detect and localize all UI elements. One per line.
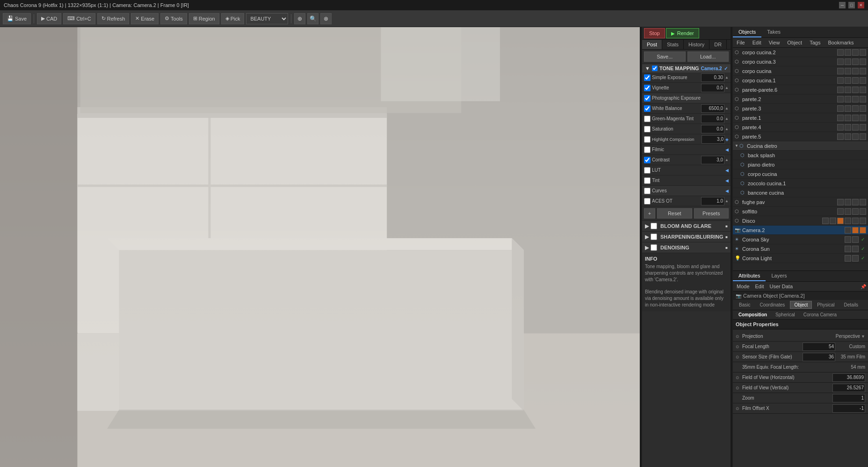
- obj-dot-3[interactable]: [852, 87, 859, 93]
- highlight-compression-input[interactable]: [702, 135, 725, 144]
- tab-stats[interactable]: Stats: [662, 40, 684, 49]
- obj-dot-4[interactable]: [860, 87, 866, 93]
- simple-exposure-input[interactable]: [701, 73, 724, 82]
- bloom-glare-check[interactable]: [651, 223, 657, 229]
- obj-corona-light[interactable]: 💡 Corona Light ✓: [733, 254, 868, 263]
- vignette-up-arrow[interactable]: ▲: [725, 86, 729, 90]
- obj-dot-2[interactable]: [845, 199, 851, 205]
- ctrl-c-button[interactable]: ⌨ Ctrl+C: [63, 13, 95, 24]
- obj-dot-1[interactable]: [837, 199, 844, 205]
- obj-dot-2[interactable]: [845, 124, 851, 131]
- subtab-details[interactable]: Details: [840, 301, 863, 309]
- obj-dot-2[interactable]: [852, 227, 859, 234]
- filmic-check[interactable]: [644, 146, 651, 153]
- region-button[interactable]: ⊞ Region: [189, 13, 219, 24]
- tab-attributes[interactable]: Attributes: [733, 271, 766, 281]
- contrast-input[interactable]: [701, 156, 724, 164]
- obj-dot-1[interactable]: [845, 246, 851, 252]
- detail-tab-spherical[interactable]: Spherical: [772, 311, 799, 318]
- presets-button[interactable]: Presets: [694, 208, 729, 219]
- saturation-check[interactable]: [644, 126, 651, 132]
- obj-parete-3[interactable]: ⬡ parete.3: [733, 104, 868, 113]
- obj-parete-1[interactable]: ⬡ parete.1: [733, 113, 868, 123]
- obj-dot-3[interactable]: [852, 105, 859, 112]
- obj-dot-4[interactable]: [860, 133, 866, 140]
- obj-corona-sky[interactable]: ☀ Corona Sky ✓: [733, 235, 868, 244]
- green-magenta-check[interactable]: [644, 116, 651, 122]
- obj-dot-4[interactable]: [860, 77, 866, 84]
- obj-dot-3[interactable]: [852, 199, 859, 205]
- aces-ot-input[interactable]: [701, 197, 724, 205]
- obj-dot-3[interactable]: [852, 115, 859, 121]
- curves-check[interactable]: [644, 188, 651, 194]
- detail-tab-composition[interactable]: Composition: [735, 311, 771, 318]
- saturation-input[interactable]: [701, 125, 724, 133]
- projection-dropdown-icon[interactable]: ▼: [861, 334, 865, 339]
- obj-camera-2[interactable]: 📷 Camera.2: [733, 226, 868, 235]
- erase-button[interactable]: ✕ Erase: [131, 13, 159, 24]
- film-offset-x-input[interactable]: [832, 404, 865, 413]
- tint-check[interactable]: [644, 177, 651, 184]
- group-expand-arrow[interactable]: ▼: [735, 144, 738, 148]
- contrast-up-arrow[interactable]: ▲: [725, 158, 729, 162]
- stop-button[interactable]: Stop: [644, 28, 665, 38]
- denoising-section[interactable]: ▶ DENOISING ■: [642, 242, 731, 253]
- zoom-in-button[interactable]: 🔍: [307, 13, 318, 24]
- tab-lightmix[interactable]: LightMix: [727, 40, 731, 49]
- lut-check[interactable]: [644, 167, 651, 174]
- obj-dot-check[interactable]: ✓: [860, 255, 866, 262]
- obj-dot-1[interactable]: [837, 87, 844, 93]
- obj-soffitto[interactable]: ⬡ soffitto: [733, 207, 868, 216]
- obj-dot-1[interactable]: [837, 96, 844, 102]
- sensor-size-input[interactable]: [803, 353, 835, 361]
- tone-mapping-check[interactable]: [652, 66, 658, 71]
- tab-layers[interactable]: Layers: [766, 271, 792, 281]
- obj-dot-2[interactable]: [845, 208, 851, 215]
- simple-exposure-up-arrow[interactable]: ▲: [725, 75, 729, 80]
- tab-takes[interactable]: Takes: [761, 27, 786, 37]
- objects-list[interactable]: ⬡ corpo cucina.2 ⬡ corpo cucina.3: [733, 48, 868, 270]
- cad-button[interactable]: ▶ CAD: [37, 13, 61, 24]
- white-balance-up-arrow[interactable]: ▲: [725, 106, 729, 110]
- userdata-btn[interactable]: User Data: [768, 283, 795, 290]
- zoom-reset-button[interactable]: ⊗: [320, 13, 332, 24]
- obj-dot-2[interactable]: [845, 77, 851, 84]
- obj-dot-1[interactable]: [845, 255, 851, 262]
- obj-disco[interactable]: ⬡ Disco: [733, 216, 868, 226]
- edit-btn[interactable]: Edit: [753, 283, 766, 290]
- obj-dot-1[interactable]: [837, 77, 844, 84]
- obj-dot-1[interactable]: [837, 115, 844, 121]
- obj-dot-4[interactable]: [860, 58, 866, 65]
- obj-dot-1[interactable]: [837, 58, 844, 65]
- obj-dot-3[interactable]: [852, 58, 859, 65]
- zoom-input[interactable]: [832, 394, 865, 402]
- obj-piano-dietro[interactable]: ⬡ piano dietro: [733, 160, 868, 169]
- pick-button[interactable]: ◈ Pick: [221, 13, 245, 24]
- obj-dot-2[interactable]: [845, 133, 851, 140]
- obj-dot-1[interactable]: [837, 208, 844, 215]
- obj-cucina-dietro[interactable]: ▼ ⬡ Cucina dietro: [733, 141, 868, 151]
- subtab-coordinates[interactable]: Coordinates: [755, 301, 789, 309]
- menu-tags[interactable]: Tags: [808, 39, 822, 46]
- menu-object[interactable]: Object: [785, 39, 804, 46]
- lut-link[interactable]: ◀: [725, 168, 729, 173]
- obj-corona-sun[interactable]: ☀ Corona Sun ✓: [733, 244, 868, 254]
- obj-dot-3[interactable]: [852, 68, 859, 74]
- obj-dot-2[interactable]: [852, 236, 859, 243]
- load-post-button[interactable]: Load...: [687, 51, 729, 62]
- tab-history[interactable]: History: [684, 40, 709, 49]
- obj-dot-1[interactable]: [837, 49, 844, 56]
- obj-dot-3[interactable]: [852, 208, 859, 215]
- obj-dot-1[interactable]: [822, 218, 829, 224]
- detail-tab-corona-camera[interactable]: Corona Camera: [800, 311, 840, 318]
- refresh-button[interactable]: ↻ Refresh: [97, 13, 130, 24]
- fov-v-input[interactable]: [832, 384, 865, 392]
- close-button[interactable]: ✕: [858, 2, 864, 8]
- obj-bancone-cucina[interactable]: ⬡ bancone cucina: [733, 188, 868, 197]
- obj-corpo-cucina-1[interactable]: ⬡ corpo cucina.1: [733, 76, 868, 85]
- obj-dot-check[interactable]: ✓: [860, 246, 866, 252]
- render-button[interactable]: ▶ Render: [666, 28, 699, 38]
- tint-link[interactable]: ◀: [725, 178, 729, 183]
- menu-edit[interactable]: Edit: [751, 39, 763, 46]
- obj-dot-6[interactable]: [860, 218, 866, 224]
